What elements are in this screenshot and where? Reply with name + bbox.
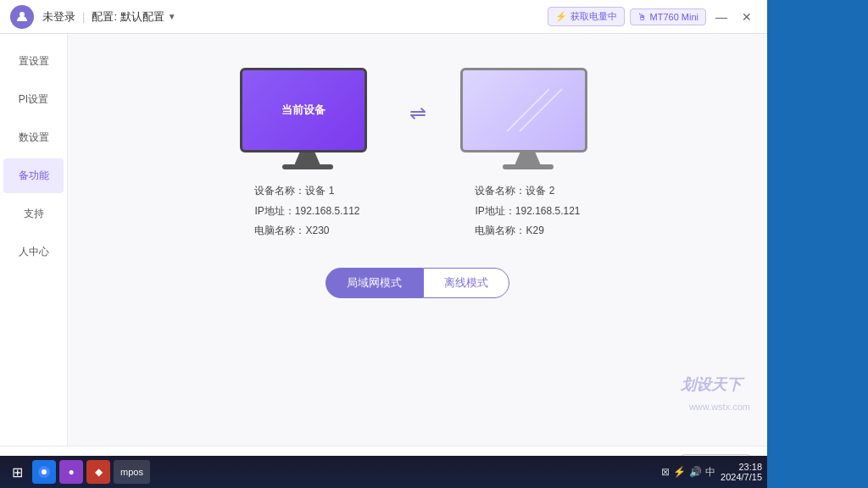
taskbar-red-icon[interactable]: ◆ bbox=[86, 460, 110, 484]
lan-mode-tab[interactable]: 局域网模式 bbox=[326, 268, 423, 298]
content-area: 当前设备 设备名称：设备 1 IP地址：192.168.5.112 电脑名称：X… bbox=[68, 34, 767, 446]
main-area: 置设置 PI设置 数设置 备功能 支持 人中心 bbox=[0, 34, 767, 446]
device1-info: 设备名称：设备 1 IP地址：192.168.5.112 电脑名称：X230 bbox=[254, 182, 359, 242]
device2-screen-svg bbox=[481, 80, 566, 140]
device-connection: 当前设备 设备名称：设备 1 IP地址：192.168.5.112 电脑名称：X… bbox=[93, 68, 742, 242]
device2-card: 设备名称：设备 2 IP地址：192.168.5.121 电脑名称：K29 bbox=[460, 68, 596, 242]
taskbar-right: ⊠ ⚡ 🔊 中 23:18 2024/7/15 bbox=[661, 462, 762, 482]
minimize-button[interactable]: — bbox=[711, 7, 732, 27]
close-button[interactable]: ✕ bbox=[737, 7, 757, 27]
watermark-text2: www.wstx.com bbox=[689, 402, 750, 412]
config-label: 配置: 默认配置 bbox=[92, 9, 164, 25]
power-button[interactable]: ⚡ 获取电量中 bbox=[548, 7, 625, 26]
taskbar-purple-icon[interactable]: ● bbox=[59, 460, 83, 484]
sidebar: 置设置 PI设置 数设置 备功能 支持 人中心 bbox=[0, 34, 68, 446]
sidebar-item-function[interactable]: 备功能 bbox=[3, 158, 64, 193]
device2-ip: IP地址：192.168.5.121 bbox=[475, 202, 580, 221]
device2-name: 设备名称：设备 2 bbox=[475, 182, 580, 201]
watermark2: www.wstx.com bbox=[689, 402, 750, 412]
device1-screen-label: 当前设备 bbox=[281, 103, 326, 118]
device1-screen: 当前设备 bbox=[240, 68, 367, 152]
device2-info: 设备名称：设备 2 IP地址：192.168.5.121 电脑名称：K29 bbox=[475, 182, 580, 242]
input-icon: 中 bbox=[705, 465, 715, 480]
volume-icon: 🔊 bbox=[689, 466, 702, 478]
taskbar-start[interactable]: ⊞ bbox=[5, 460, 29, 484]
offline-mode-tab[interactable]: 离线模式 bbox=[423, 268, 509, 298]
watermark1: 划设天下 bbox=[681, 374, 742, 395]
config-selector[interactable]: 配置: 默认配置 ▼ bbox=[92, 9, 175, 25]
device1-name: 设备名称：设备 1 bbox=[254, 182, 359, 201]
taskbar-app[interactable]: mpos bbox=[114, 460, 150, 484]
offline-mode-label: 离线模式 bbox=[444, 276, 488, 289]
sidebar-label: 支持 bbox=[24, 208, 44, 219]
right-panel bbox=[767, 0, 868, 488]
sidebar-label: 置设置 bbox=[19, 55, 49, 67]
lan-mode-label: 局域网模式 bbox=[347, 276, 402, 289]
svg-line-2 bbox=[520, 89, 562, 131]
network-icon: ⊠ bbox=[661, 466, 670, 478]
device1-pc: 电脑名称：X230 bbox=[254, 222, 359, 241]
user-info: 未登录 | 配置: 默认配置 ▼ bbox=[42, 9, 176, 25]
mode-tabs: 局域网模式 离线模式 bbox=[93, 268, 742, 298]
device1-card: 当前设备 设备名称：设备 1 IP地址：192.168.5.112 电脑名称：X… bbox=[240, 68, 376, 242]
sidebar-item-pi[interactable]: PI设置 bbox=[3, 82, 64, 117]
taskbar-chrome-icon[interactable] bbox=[32, 460, 56, 484]
title-bar: 未登录 | 配置: 默认配置 ▼ ⚡ 获取电量中 🖱 MT760 Mini — … bbox=[0, 0, 767, 34]
device1-ip: IP地址：192.168.5.112 bbox=[254, 202, 359, 221]
monitor2-stand bbox=[515, 152, 541, 164]
svg-line-1 bbox=[507, 89, 549, 131]
sidebar-item-center[interactable]: 人中心 bbox=[3, 235, 64, 269]
device1-monitor: 当前设备 bbox=[240, 68, 376, 169]
taskbar-app-label: mpos bbox=[120, 467, 143, 477]
separator: | bbox=[82, 10, 85, 23]
title-bar-right: ⚡ 获取电量中 🖱 MT760 Mini — ✕ bbox=[548, 7, 757, 27]
transfer-arrows: ⇌ bbox=[409, 102, 426, 125]
device2-screen bbox=[460, 68, 587, 152]
bluetooth-icon: ⚡ bbox=[673, 466, 686, 478]
sidebar-label: 数设置 bbox=[19, 131, 49, 143]
power-label: 获取电量中 bbox=[570, 10, 617, 23]
taskbar-sys-icons: ⊠ ⚡ 🔊 中 bbox=[661, 465, 715, 480]
sidebar-item-num[interactable]: 数设置 bbox=[3, 120, 64, 155]
taskbar: ⊞ ● ◆ mpos ⊠ ⚡ 🔊 中 23:18 2024/7/15 bbox=[0, 456, 767, 488]
watermark-text1: 划设天下 bbox=[681, 376, 742, 393]
date-display: 2024/7/15 bbox=[721, 472, 762, 482]
sidebar-label: PI设置 bbox=[19, 93, 48, 105]
sidebar-label: 人中心 bbox=[19, 246, 49, 258]
avatar bbox=[10, 5, 34, 29]
chevron-down-icon: ▼ bbox=[168, 12, 176, 21]
time-display: 23:18 bbox=[721, 462, 762, 472]
sidebar-label: 备功能 bbox=[19, 169, 49, 181]
device2-monitor bbox=[460, 68, 596, 169]
app-window: 未登录 | 配置: 默认配置 ▼ ⚡ 获取电量中 🖱 MT760 Mini — … bbox=[0, 0, 767, 488]
taskbar-time: 23:18 2024/7/15 bbox=[721, 462, 762, 482]
monitor1-stand bbox=[295, 152, 320, 164]
power-icon: ⚡ bbox=[555, 11, 567, 22]
device-icon: 🖱 bbox=[637, 12, 647, 22]
svg-point-4 bbox=[42, 469, 47, 474]
monitor2-base bbox=[503, 164, 554, 169]
device-tag-label: MT760 Mini bbox=[650, 12, 698, 22]
sidebar-item-settings1[interactable]: 置设置 bbox=[3, 44, 64, 79]
sidebar-item-support[interactable]: 支持 bbox=[3, 197, 64, 231]
monitor1-base bbox=[282, 164, 333, 169]
device2-pc: 电脑名称：K29 bbox=[475, 222, 580, 241]
user-label: 未登录 bbox=[42, 9, 75, 25]
title-bar-left: 未登录 | 配置: 默认配置 ▼ bbox=[10, 5, 176, 29]
device-tag: 🖱 MT760 Mini bbox=[630, 8, 706, 25]
